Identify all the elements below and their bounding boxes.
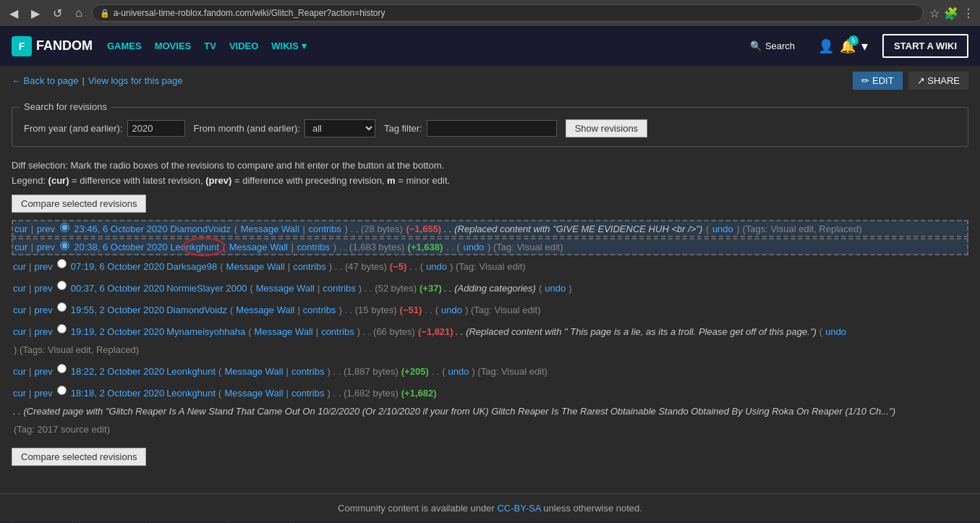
rev-user-4[interactable]: NormieSlayer 2000 — [166, 281, 247, 297]
rev-contribs-8[interactable]: contribs — [291, 386, 325, 401]
rev-msgwall-3[interactable]: Message Wall — [226, 259, 285, 275]
nav-tv[interactable]: TV — [204, 41, 216, 51]
rev-date-5[interactable]: 19:55, 2 October 2020 — [71, 302, 164, 318]
rev-prev-link-8[interactable]: prev — [34, 386, 52, 401]
rev-user-3[interactable]: Darksage98 — [166, 259, 217, 275]
from-year-input[interactable] — [127, 120, 185, 137]
rev-undo-4[interactable]: undo — [545, 281, 566, 297]
rev-cur-link-5[interactable]: cur — [13, 302, 26, 318]
rev-msgwall-2[interactable]: Message Wall — [229, 242, 288, 252]
nav-movies[interactable]: MOVIES — [155, 41, 192, 51]
rev-msgwall-8[interactable]: Message Wall — [224, 386, 283, 401]
revision-row-8: cur | prev 18:18, 2 October 2020 Leonkgh… — [12, 383, 968, 441]
rev-contribs-3[interactable]: contribs — [293, 259, 326, 275]
rev-prev-link-2[interactable]: prev — [37, 242, 55, 252]
rev-user-2[interactable]: Leonkghunt — [170, 242, 219, 252]
rev-radio-4[interactable] — [57, 281, 67, 290]
diff-info: Diff selection: Mark the radio boxes of … — [12, 158, 968, 189]
rev-radio-old-1[interactable] — [60, 223, 69, 232]
rev-cur-link-2[interactable]: cur — [14, 242, 27, 252]
rev-undo-6[interactable]: undo — [825, 324, 846, 340]
rev-radio-8[interactable] — [57, 386, 67, 395]
rev-prev-link-3[interactable]: prev — [34, 259, 52, 275]
rev-cur-link-3[interactable]: cur — [13, 259, 26, 275]
back-to-page-link[interactable]: ← Back to page — [12, 75, 79, 86]
url-bar[interactable]: 🔒 a-universal-time-roblox.fandom.com/wik… — [92, 4, 924, 22]
rev-date-6[interactable]: 19:19, 2 October 2020 — [71, 324, 164, 340]
rev-user-1[interactable]: DiamondVoidz — [170, 224, 231, 234]
rev-contribs-2[interactable]: contribs — [297, 242, 331, 252]
nav-video[interactable]: VIDEO — [229, 41, 258, 51]
notifications-button[interactable]: 🔔 5 — [840, 38, 856, 54]
rev-msgwall-5[interactable]: Message Wall — [236, 302, 294, 318]
rev-diff-2: (+1,638) — [408, 242, 443, 252]
rev-prev-link-7[interactable]: prev — [34, 364, 52, 380]
fandom-logo[interactable]: F FANDOM — [12, 36, 93, 56]
rev-cur-link-1[interactable]: cur — [14, 224, 27, 234]
rev-date-4[interactable]: 00:37, 6 October 2020 — [71, 281, 164, 297]
rev-user-8[interactable]: Leonkghunt — [166, 386, 216, 401]
rev-date-2[interactable]: 20:38, 6 October 2020 — [74, 242, 167, 252]
rev-date-1[interactable]: 23:46, 6 October 2020 — [74, 224, 167, 234]
refresh-button[interactable]: ↺ — [49, 5, 66, 22]
share-button[interactable]: ↗ SHARE — [908, 72, 968, 90]
rev-user-5[interactable]: DiamondVoidz — [166, 302, 227, 318]
rev-prev-link-1[interactable]: prev — [37, 224, 55, 234]
compare-bottom-button[interactable]: Compare selected revisions — [12, 448, 146, 466]
revision-row-1: cur | prev 23:46, 6 October 2020 Diamond… — [12, 220, 968, 237]
nav-games[interactable]: GAMES — [107, 41, 142, 51]
menu-button[interactable]: ⋮ — [963, 7, 974, 20]
rev-date-3[interactable]: 07:19, 6 October 2020 — [71, 259, 164, 275]
rev-prev-link-4[interactable]: prev — [34, 281, 52, 297]
rev-cur-link-7[interactable]: cur — [13, 364, 26, 380]
rev-cur-link-4[interactable]: cur — [13, 281, 26, 297]
rev-undo-2[interactable]: undo — [463, 242, 484, 252]
rev-date-8[interactable]: 18:18, 2 October 2020 — [71, 386, 164, 401]
compare-top-button[interactable]: Compare selected revisions — [12, 195, 146, 213]
rev-contribs-7[interactable]: contribs — [291, 364, 325, 380]
rev-radio-7[interactable] — [57, 364, 67, 373]
rev-cur-link-8[interactable]: cur — [13, 386, 26, 401]
user-menu-button[interactable]: ▾ — [861, 38, 868, 54]
rev-prev-link-5[interactable]: prev — [34, 302, 52, 318]
rev-undo-1[interactable]: undo — [712, 224, 733, 234]
rev-comment-4: . . (Adding categories) — [444, 281, 536, 297]
from-month-select[interactable]: all JanuaryFebruaryMarch AprilMayJune Ju… — [304, 119, 375, 137]
rev-msgwall-1[interactable]: Message Wall — [241, 224, 299, 234]
rev-undo-7[interactable]: undo — [448, 364, 469, 380]
nav-wikis-dropdown[interactable]: WIKIS ▾ — [271, 41, 306, 51]
tag-filter-input[interactable] — [427, 120, 557, 137]
rev-radio-new-2[interactable] — [60, 241, 69, 250]
rev-msgwall-6[interactable]: Message Wall — [255, 324, 313, 340]
rev-msgwall-4[interactable]: Message Wall — [256, 281, 315, 297]
view-logs-link[interactable]: View logs for this page — [88, 75, 183, 86]
forward-button[interactable]: ▶ — [27, 5, 43, 22]
license-link[interactable]: CC-BY-SA — [497, 503, 540, 514]
user-icon-button[interactable]: 👤 — [818, 38, 834, 54]
rev-diff-7: (+205) — [401, 364, 429, 380]
back-button[interactable]: ◀ — [6, 5, 22, 22]
header-buttons: ✏ EDIT ↗ SHARE — [853, 72, 968, 90]
home-button[interactable]: ⌂ — [72, 5, 86, 21]
star-button[interactable]: ☆ — [929, 7, 939, 20]
rev-contribs-5[interactable]: contribs — [303, 302, 336, 318]
search-button[interactable]: 🔍 Search — [741, 36, 804, 56]
start-wiki-button[interactable]: START A WIKI — [882, 34, 968, 58]
rev-radio-6[interactable] — [57, 324, 67, 333]
rev-contribs-4[interactable]: contribs — [323, 281, 356, 297]
rev-msgwall-7[interactable]: Message Wall — [224, 364, 283, 380]
rev-undo-3[interactable]: undo — [426, 259, 447, 275]
rev-user-7[interactable]: Leonkghunt — [166, 364, 216, 380]
extensions-button[interactable]: 🧩 — [944, 7, 958, 20]
rev-user-6[interactable]: Mynameisyohhaha — [166, 324, 245, 340]
rev-contribs-1[interactable]: contribs — [308, 224, 341, 234]
rev-radio-5[interactable] — [57, 302, 67, 312]
rev-undo-5[interactable]: undo — [441, 302, 462, 318]
edit-button[interactable]: ✏ EDIT — [853, 72, 902, 90]
rev-date-7[interactable]: 18:22, 2 October 2020 — [71, 364, 164, 380]
rev-cur-link-6[interactable]: cur — [13, 324, 26, 340]
rev-radio-3[interactable] — [57, 259, 67, 268]
show-revisions-button[interactable]: Show revisions — [566, 119, 647, 137]
rev-contribs-6[interactable]: contribs — [321, 324, 354, 340]
rev-prev-link-6[interactable]: prev — [34, 324, 52, 340]
